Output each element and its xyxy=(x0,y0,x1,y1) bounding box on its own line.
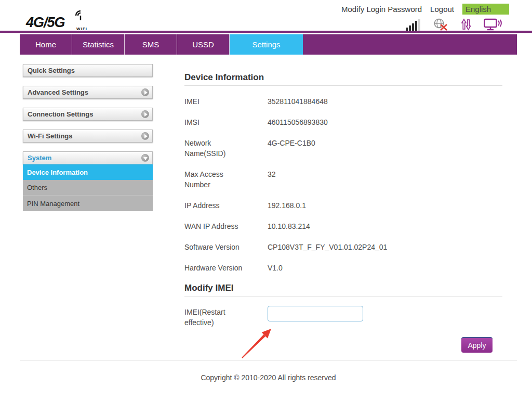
info-value: 4G-CPE-C1B0 xyxy=(268,138,315,159)
router-admin-page: Modify Login Password Logout English 4G/… xyxy=(0,0,532,413)
info-label: WAN IP Address xyxy=(184,221,247,231)
info-label: IMSI xyxy=(184,117,247,127)
sidebar-item-quick-settings[interactable]: Quick Settings xyxy=(23,64,153,77)
main-content: Device Information IMEI 352811041884648 … xyxy=(184,73,502,353)
info-row-hardware-version: Hardware Version V1.0 xyxy=(184,263,502,273)
info-value: 352811041884648 xyxy=(268,96,328,107)
sidebar-item-wifi-settings[interactable]: Wi-Fi Settings xyxy=(23,130,153,143)
logo: 4G/5G WIFI xyxy=(26,12,83,32)
header-links: Modify Login Password Logout English xyxy=(341,4,509,15)
info-value: 460115056893830 xyxy=(268,117,328,127)
info-label: IMEI xyxy=(184,96,247,107)
sidebar-item-advanced-settings[interactable]: Advanced Settings xyxy=(23,86,153,99)
logo-text: 4G/5G xyxy=(26,15,65,30)
info-label: Hardware Version xyxy=(184,263,247,273)
info-label: Network Name(SSID) xyxy=(184,138,247,159)
info-row-ip-address: IP Address 192.168.0.1 xyxy=(184,200,502,211)
info-row-wan-ip: WAN IP Address 10.10.83.214 xyxy=(184,221,502,231)
sidebar-item-connection-settings[interactable]: Connection Settings xyxy=(23,108,153,121)
modify-imei-title: Modify IMEI xyxy=(184,283,502,296)
tab-home[interactable]: Home xyxy=(20,34,72,55)
copyright-text: Copyright © 2010-2020 All rights reserve… xyxy=(20,373,517,382)
imei-field-label: IMEI(Restart effective) xyxy=(184,307,247,328)
chevron-right-icon xyxy=(141,88,149,96)
chevron-right-icon xyxy=(141,132,149,140)
sidebar-item-label: System xyxy=(28,154,51,162)
apply-button[interactable]: Apply xyxy=(461,337,493,353)
info-value: 32 xyxy=(268,169,276,190)
header-divider xyxy=(0,31,532,33)
logout-link[interactable]: Logout xyxy=(430,5,454,14)
tab-sms[interactable]: SMS xyxy=(125,34,177,55)
info-value: V1.0 xyxy=(268,263,283,273)
tab-settings[interactable]: Settings xyxy=(230,34,303,55)
submenu-item-others[interactable]: Others xyxy=(23,180,153,196)
imei-field-row: IMEI(Restart effective) xyxy=(184,296,502,328)
sidebar-item-system[interactable]: System xyxy=(23,151,153,164)
submenu-item-pin-management[interactable]: PIN Management xyxy=(23,196,153,211)
info-row-ssid: Network Name(SSID) 4G-CPE-C1B0 xyxy=(184,138,502,159)
main-nav: Home Statistics SMS USSD Settings xyxy=(20,34,517,55)
system-submenu: Device Information Others PIN Management xyxy=(23,164,153,211)
sidebar-item-label: Connection Settings xyxy=(28,110,93,118)
device-info-list: IMEI 352811041884648 IMSI 46011505689383… xyxy=(184,86,502,273)
settings-sidebar: Quick Settings Advanced Settings Connect… xyxy=(23,64,153,211)
language-selector[interactable]: English xyxy=(462,4,509,15)
footer-divider xyxy=(20,360,517,360)
tab-statistics[interactable]: Statistics xyxy=(72,34,125,55)
chevron-down-icon xyxy=(141,154,149,162)
info-value: 192.168.0.1 xyxy=(268,200,306,211)
sidebar-item-label: Advanced Settings xyxy=(28,88,88,96)
info-label: Software Version xyxy=(184,242,247,252)
modify-login-password-link[interactable]: Modify Login Password xyxy=(341,5,422,14)
tab-ussd[interactable]: USSD xyxy=(177,34,230,55)
info-value: 10.10.83.214 xyxy=(268,221,310,231)
page-title: Device Information xyxy=(184,73,502,86)
annotation-arrow-icon xyxy=(238,325,280,361)
chevron-right-icon xyxy=(141,110,149,118)
info-row-imsi: IMSI 460115056893830 xyxy=(184,117,502,127)
apply-row: Apply xyxy=(184,337,502,353)
info-value: CP108V3T_F_FY_V01.01.02P24_01 xyxy=(268,242,387,252)
imei-input[interactable] xyxy=(268,306,363,321)
sidebar-item-label: Quick Settings xyxy=(28,67,75,74)
info-row-software-version: Software Version CP108V3T_F_FY_V01.01.02… xyxy=(184,242,502,252)
info-label: Max Access Number xyxy=(184,169,247,190)
sidebar-item-label: Wi-Fi Settings xyxy=(28,132,73,140)
submenu-item-device-information[interactable]: Device Information xyxy=(23,164,153,180)
info-row-max-access: Max Access Number 32 xyxy=(184,169,502,190)
info-label: IP Address xyxy=(184,200,247,211)
info-row-imei: IMEI 352811041884648 xyxy=(184,96,502,107)
antenna-icon xyxy=(72,10,85,23)
